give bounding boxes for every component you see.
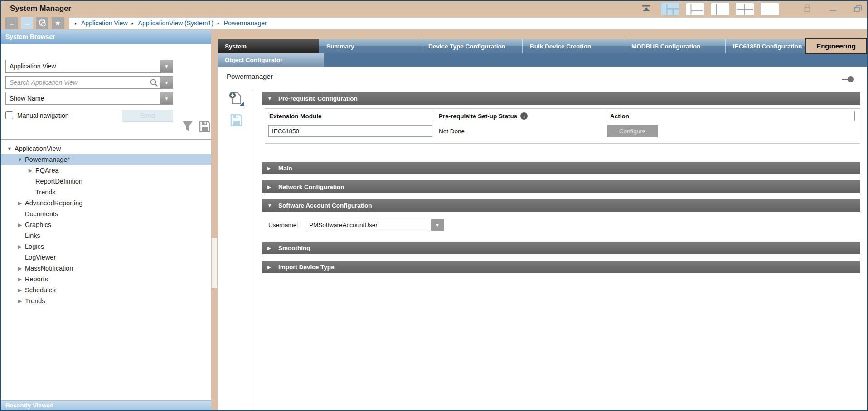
primary-tab[interactable]: MODBUS Configuration xyxy=(624,39,725,53)
forward-button[interactable]: → xyxy=(21,17,33,29)
view-select[interactable]: Application View ▼ xyxy=(5,60,173,73)
lock-icon[interactable] xyxy=(804,4,811,13)
breadcrumb-item[interactable]: Powermanager xyxy=(224,19,267,27)
tree-item[interactable]: ApplicationView xyxy=(1,143,211,154)
tree-item[interactable]: Reports xyxy=(1,274,211,285)
breadcrumb-item[interactable]: Application View xyxy=(81,19,127,27)
tree-item[interactable]: Logics xyxy=(1,241,211,252)
splitter-scrollbar-thumb[interactable] xyxy=(212,238,217,288)
filter-icon[interactable] xyxy=(182,121,193,132)
tree-expander-icon[interactable] xyxy=(15,287,25,293)
tree-item[interactable]: Schedules xyxy=(1,285,211,295)
tree-expander-icon[interactable] xyxy=(15,244,25,250)
primary-tab[interactable]: System xyxy=(218,39,319,53)
save-search-icon[interactable] xyxy=(199,121,210,132)
tree-item-label: LogViewer xyxy=(25,254,56,261)
section-expander-icon[interactable] xyxy=(267,246,278,251)
new-object-icon[interactable] xyxy=(228,91,244,106)
section-network-header[interactable]: Network Configuration xyxy=(262,180,860,193)
navigation-tree: ApplicationView Powermanager PQArea xyxy=(1,143,211,306)
search-history-chevron-icon[interactable]: ▼ xyxy=(160,77,173,88)
system-browser-header[interactable]: System Browser xyxy=(1,30,211,44)
primary-tab[interactable]: Summary xyxy=(319,39,421,53)
section-expander-icon[interactable] xyxy=(267,166,278,171)
tree-expander-icon[interactable] xyxy=(5,146,15,151)
tree-item[interactable]: Trends xyxy=(1,187,211,198)
primary-tab-strip: System Summary Device Type Configuration… xyxy=(218,39,867,53)
tree-item[interactable]: PQArea xyxy=(1,165,211,176)
tree-item[interactable]: Trends xyxy=(1,295,211,306)
tree-item[interactable]: Documents xyxy=(1,208,211,219)
section-expander-icon[interactable] xyxy=(267,96,278,101)
favorites-button[interactable]: ★ xyxy=(52,17,64,29)
tree-item[interactable]: Graphics xyxy=(1,219,211,230)
tree-expander-icon[interactable] xyxy=(15,200,25,206)
panel-splitter[interactable] xyxy=(211,30,218,410)
search-input[interactable] xyxy=(6,79,150,86)
layout-4pane-button[interactable] xyxy=(661,3,679,15)
search-box[interactable]: ▼ xyxy=(5,76,173,89)
layout-single-button[interactable] xyxy=(761,3,779,15)
tree-expander-icon[interactable] xyxy=(25,168,35,174)
breadcrumb-segment: ▸ ApplicationView (System1) xyxy=(132,19,213,27)
section-expander-icon[interactable] xyxy=(267,265,278,270)
object-title: Powermanager xyxy=(227,73,273,80)
manual-navigation-label[interactable]: Manual navigation xyxy=(17,112,69,119)
secondary-tab[interactable]: Object Configurator xyxy=(218,53,324,67)
prerequisite-table: Extension Module Pre-requisite Set-up St… xyxy=(265,108,860,144)
breadcrumb-segment: ▸ Powermanager xyxy=(218,19,267,27)
layout-left-strip-button[interactable] xyxy=(711,3,729,15)
save-icon[interactable] xyxy=(230,114,242,126)
send-button[interactable]: Send xyxy=(122,110,173,122)
pin-toggle-icon[interactable] xyxy=(841,76,854,83)
tree-item[interactable]: AdvancedReporting xyxy=(1,198,211,208)
tree-expander-icon[interactable] xyxy=(15,222,25,228)
sidebar-divider xyxy=(1,139,211,140)
primary-tab[interactable]: Bulk Device Creation xyxy=(522,39,624,53)
layout-split-grid-button[interactable] xyxy=(736,3,754,15)
chevron-down-icon[interactable]: ▼ xyxy=(431,219,444,231)
configure-button[interactable]: Configure xyxy=(607,125,658,137)
section-expander-icon[interactable] xyxy=(267,203,278,208)
manual-navigation-row: Manual navigation Send xyxy=(5,111,207,119)
tree-expander-icon[interactable] xyxy=(15,276,25,282)
tree-expander-icon[interactable] xyxy=(15,298,25,304)
tree-expander-icon[interactable] xyxy=(15,266,25,271)
recently-viewed-header[interactable]: Recently Viewed xyxy=(1,400,211,410)
primary-tab[interactable]: Device Type Configuration xyxy=(421,39,522,53)
breadcrumb-caret-icon: ▸ xyxy=(75,21,77,26)
prerequisite-table-header: Extension Module Pre-requisite Set-up St… xyxy=(265,109,860,123)
tab-strip-margin xyxy=(218,30,867,39)
back-button[interactable]: ← xyxy=(5,17,18,29)
tree-item[interactable]: Powermanager xyxy=(1,154,211,165)
chevron-down-icon[interactable]: ▼ xyxy=(160,92,173,104)
breadcrumb-item[interactable]: ApplicationView (System1) xyxy=(138,19,213,27)
tree-item[interactable]: ReportDefinition xyxy=(1,176,211,187)
section-main-header[interactable]: Main xyxy=(262,162,860,174)
minimize-button[interactable] xyxy=(829,5,837,13)
collapse-to-top-icon[interactable] xyxy=(641,5,652,13)
restore-button[interactable] xyxy=(853,5,863,13)
secondary-tab-strip: Object Configurator xyxy=(218,53,867,67)
section-prerequisite-header[interactable]: Pre-requisite Configuration xyxy=(262,92,860,105)
engineering-button[interactable]: Engineering xyxy=(805,38,867,54)
main-area: System Browser Application View ▼ ▼ xyxy=(1,30,867,410)
display-mode-select[interactable]: Show Name ▼ xyxy=(5,92,173,105)
section-import-header[interactable]: Import Device Type xyxy=(262,261,860,273)
tree-expander-icon[interactable] xyxy=(15,157,25,162)
app-window: System Manager xyxy=(0,0,868,411)
section-title: Smoothing xyxy=(278,245,310,251)
info-icon[interactable]: i xyxy=(520,112,528,120)
chevron-down-icon[interactable]: ▼ xyxy=(160,60,173,72)
tree-item[interactable]: LogViewer xyxy=(1,252,211,263)
extension-module-input[interactable] xyxy=(268,125,432,137)
section-expander-icon[interactable] xyxy=(267,184,278,189)
tree-item[interactable]: Links xyxy=(1,230,211,241)
username-select[interactable]: PMSoftwareAccountUser ▼ xyxy=(305,219,444,231)
history-icon[interactable] xyxy=(36,17,48,29)
layout-bottom-strip-button[interactable] xyxy=(686,3,704,15)
tree-item[interactable]: MassNotification xyxy=(1,263,211,274)
section-smoothing-header[interactable]: Smoothing xyxy=(262,242,860,254)
section-software-account-header[interactable]: Software Account Configuration xyxy=(262,199,860,212)
manual-navigation-checkbox[interactable] xyxy=(5,111,13,119)
